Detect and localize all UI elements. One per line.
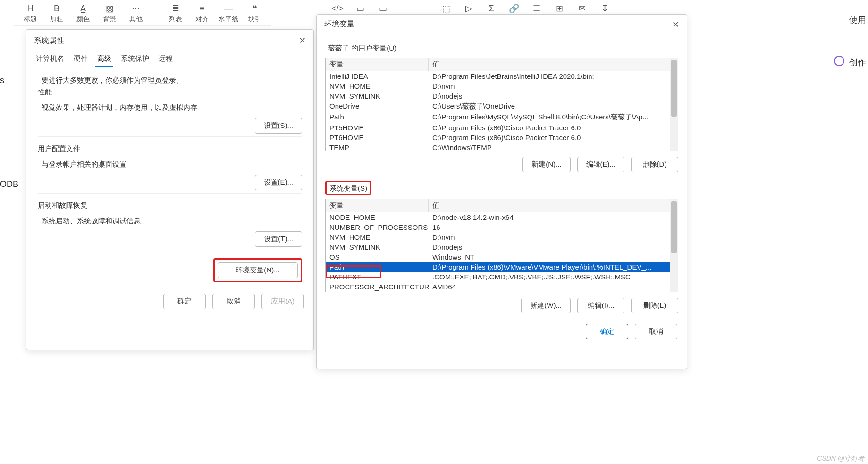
var-value: Windows_NT [429,252,678,262]
tb-heading[interactable]: H标题 [19,2,42,24]
tb-r4[interactable]: ⊞ [549,2,569,15]
env-variables-button[interactable]: 环境变量(N)... [218,262,298,278]
close-icon[interactable]: ✕ [672,19,679,30]
code-icon: </> [331,2,344,15]
more-icon: ⋯ [132,2,140,15]
tb-quote[interactable]: ❝块引 [244,2,266,24]
table-row[interactable]: PathD:\Program Files (x86)\VMware\VMware… [326,262,678,272]
tb-code[interactable]: </> [328,2,347,15]
tb-img[interactable]: ⬚ [436,2,456,15]
grid-icon: ⊞ [556,2,563,15]
sys-new-button[interactable]: 新建(W)... [521,298,571,313]
tb-color[interactable]: A̲颜色 [72,2,94,24]
var-value: D:\Program Files\JetBrains\IntelliJ IDEA… [429,71,678,81]
var-value: C:\Windows\TEMP [429,143,678,151]
table-row[interactable]: NVM_HOMED:\nvm [326,232,678,242]
var-name: NVM_HOME [326,232,429,242]
watermark: CSDN @守灯者 [817,455,864,463]
userprofile-settings-button[interactable]: 设置(E)... [255,175,303,190]
table-row[interactable]: PROCESSOR_ARCHITECTUREAMD64 [326,282,678,292]
tb-hr[interactable]: ―水平线 [217,2,240,24]
table-row[interactable]: IntelliJ IDEAD:\Program Files\JetBrains\… [326,71,678,81]
video-icon: ▷ [465,2,472,15]
toolbar-create-label[interactable]: 创作 [849,57,866,68]
var-value: AMD64 [429,282,678,292]
table-row[interactable]: OSWindows_NT [326,252,678,262]
tb-vid[interactable]: ▷ [459,2,479,15]
tb-dl[interactable]: ↧ [595,2,615,15]
tb-align[interactable]: ≡对齐 [191,2,213,24]
var-value: D:\nvm [429,232,678,242]
image-icon: ⬚ [442,2,450,15]
table-row[interactable]: NUMBER_OF_PROCESSORS16 [326,222,678,232]
user-new-button[interactable]: 新建(N)... [522,157,570,172]
var-value: .COM;.EXE;.BAT;.CMD;.VBS;.VBE;.JS;.JSE;.… [429,272,678,282]
table-row[interactable]: NODE_HOMED:\node-v18.14.2-win-x64 [326,212,678,222]
var-value: D:\nodejs [429,91,678,101]
system-vars-highlight: 系统变量(S) [325,181,371,195]
table-row[interactable]: NVM_SYMLINKD:\nodejs [326,242,678,252]
user-edit-button[interactable]: 编辑(E)... [577,157,625,172]
var-value: D:\nvm [429,81,678,91]
tb-bg[interactable]: ▨背景 [98,2,121,24]
var-name: PT6HOME [326,133,429,143]
tb-r1[interactable]: ▭ [350,2,370,15]
toolbar-use-label[interactable]: 使用 [849,14,866,25]
var-value: C:\Program Files (x86)\Cisco Packet Trac… [429,123,678,133]
var-value: 16 [429,222,678,232]
tab-hardware[interactable]: 硬件 [72,51,90,67]
scrollbar[interactable] [670,199,678,292]
tb-mail[interactable]: ✉ [572,2,592,15]
rect-icon: ▭ [379,2,387,15]
cancel-button[interactable]: 取消 [212,294,255,309]
tab-advanced[interactable]: 高级 [95,51,113,67]
apply-button[interactable]: 应用(A) [261,294,304,309]
table-row[interactable]: OneDriveC:\Users\薇薇子\OneDrive [326,101,678,112]
tb-sigma[interactable]: Σ [481,2,501,15]
tb-r2[interactable]: ▭ [373,2,393,15]
tab-computer-name[interactable]: 计算机名 [34,51,66,67]
tb-other[interactable]: ⋯其他 [125,2,147,24]
layout-icon: ☰ [533,2,540,15]
table-row[interactable]: TEMPC:\Windows\TEMP [326,143,678,151]
table-row[interactable]: PT5HOMEC:\Program Files (x86)\Cisco Pack… [326,123,678,133]
tb-bold[interactable]: B加粗 [45,2,68,24]
tb-list[interactable]: ≣列表 [164,2,187,24]
env-ok-button[interactable]: 确定 [586,324,628,339]
var-value: D:\Program Files (x86)\VMware\VMware Pla… [429,262,678,272]
var-name: NVM_SYMLINK [326,91,429,101]
var-name: OS [326,252,429,262]
var-name: PROCESSOR_ARCHITECTURE [326,282,429,292]
editor-toolbar-left: H标题 B加粗 A̲颜色 ▨背景 ⋯其他 ≣列表 ≡对齐 ―水平线 ❝块引 [14,0,271,26]
scrollbar[interactable] [670,58,678,151]
tab-system-protection[interactable]: 系统保护 [119,51,151,67]
table-row[interactable]: PathC:\Program Files\MySQL\MySQL Shell 8… [326,112,678,123]
tab-remote[interactable]: 远程 [157,51,175,67]
sys-edit-button[interactable]: 编辑(I)... [577,298,624,313]
perf-settings-button[interactable]: 设置(S)... [255,118,303,134]
system-vars-table[interactable]: 变量值 NODE_HOMED:\node-v18.14.2-win-x64NUM… [325,199,678,292]
tb-link[interactable]: 🔗 [504,2,524,15]
table-row[interactable]: NVM_HOMED:\nvm [326,81,678,91]
env-cancel-button[interactable]: 取消 [635,324,677,339]
tabs: 计算机名 硬件 高级 系统保护 远程 [26,51,313,67]
sys-delete-button[interactable]: 删除(L) [631,298,678,313]
var-name: NVM_SYMLINK [326,242,429,252]
var-name: PT5HOME [326,123,429,133]
create-icon[interactable] [834,56,844,66]
table-row[interactable]: NVM_SYMLINKD:\nodejs [326,91,678,101]
tb-r3[interactable]: ☰ [527,2,547,15]
table-row[interactable]: PATHEXT.COM;.EXE;.BAT;.CMD;.VBS;.VBE;.JS… [326,272,678,282]
var-name: NVM_HOME [326,81,429,91]
perf-title: 性能 [38,88,302,97]
ok-button[interactable]: 确定 [163,294,206,309]
left-text-odb: ODB [0,179,18,189]
system-properties-dialog: 系统属性 ✕ 计算机名 硬件 高级 系统保护 远程 要进行大多数更改，你必须作为… [26,29,314,350]
hr-icon: ― [224,2,233,15]
bold-icon: B [54,2,59,15]
close-icon[interactable]: ✕ [299,35,306,46]
user-vars-table[interactable]: 变量值 IntelliJ IDEAD:\Program Files\JetBra… [325,58,678,151]
user-delete-button[interactable]: 删除(D) [631,157,678,172]
table-row[interactable]: PT6HOMEC:\Program Files (x86)\Cisco Pack… [326,133,678,143]
startup-settings-button[interactable]: 设置(T)... [255,231,302,247]
